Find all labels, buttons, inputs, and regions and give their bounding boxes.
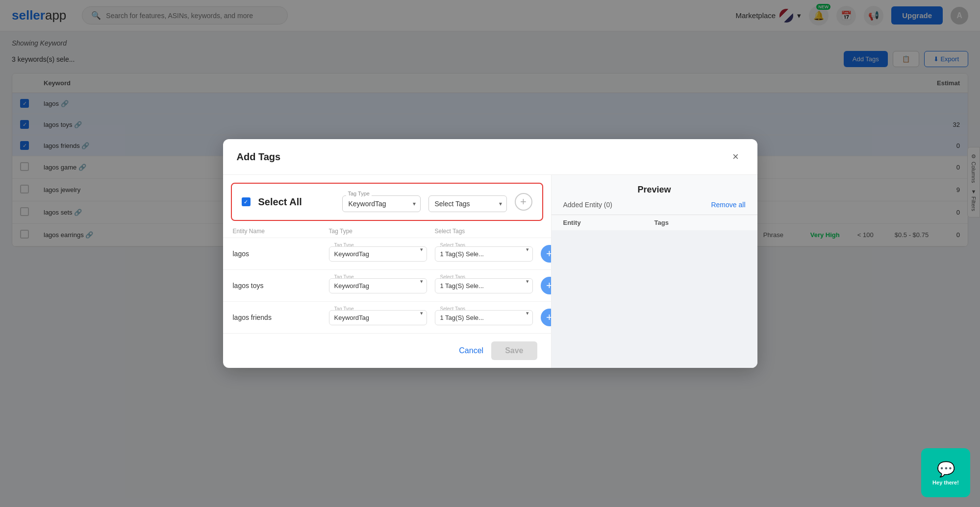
entity-tag-type-dropdown[interactable]: KeywordTag ▾ (329, 278, 427, 293)
entity-tag-type-select[interactable]: KeywordTag (329, 310, 427, 325)
col-select-tags-header: Select Tags (435, 228, 533, 235)
preview-table-header: Entity Tags (552, 215, 757, 230)
tag-type-dropdown-wrapper[interactable]: KeywordTag ▾ (342, 195, 421, 212)
preview-content-area (552, 230, 757, 368)
modal-header: Add Tags × (223, 139, 757, 175)
entity-name: lagos friends (233, 314, 321, 321)
preview-title: Preview (563, 185, 746, 195)
select-all-label: Select All (258, 196, 334, 208)
entity-tag-type-group: Tag Type KeywordTag ▾ (329, 246, 427, 262)
entity-select-tags-group: Select Tags 1 Tag(S) Sele... ▾ (435, 246, 533, 262)
entity-select-tags-dropdown[interactable]: 1 Tag(S) Sele... ▾ (435, 310, 533, 325)
modal-left-panel: ✓ Select All Tag Type KeywordTag ▾ (223, 175, 552, 368)
entity-select-tags-dropdown[interactable]: 1 Tag(S) Sele... ▾ (435, 246, 533, 262)
select-all-checkbox[interactable]: ✓ (242, 197, 251, 206)
entity-add-button[interactable]: + (541, 309, 551, 326)
cancel-button[interactable]: Cancel (459, 346, 483, 355)
added-entity-label: Added Entity (0) (563, 201, 612, 209)
preview-col-entity: Entity (563, 219, 654, 226)
modal-right-panel: Preview Added Entity (0) Remove all Enti… (552, 175, 757, 368)
entity-row: lagos friends Tag Type KeywordTag ▾ (223, 301, 551, 333)
add-tags-modal: Add Tags × ✓ Select All Tag Type Keyword… (223, 139, 757, 368)
entity-row: lagos Tag Type KeywordTag ▾ Select (223, 238, 551, 269)
select-tags-dropdown-wrapper[interactable]: Select Tags ▾ (428, 195, 507, 212)
entity-name: lagos toys (233, 282, 321, 290)
entity-table-header: Entity Name Tag Type Select Tags (223, 225, 551, 238)
added-entity-row: Added Entity (0) Remove all (552, 199, 757, 215)
modal-title: Add Tags (237, 151, 281, 163)
modal-footer: Cancel Save (223, 333, 551, 368)
tag-type-label: Tag Type (346, 191, 372, 196)
entity-name: lagos (233, 250, 321, 258)
chat-text: Hey there! (932, 480, 959, 485)
entity-tag-type-select[interactable]: KeywordTag (329, 278, 427, 293)
col-tag-type-header: Tag Type (329, 228, 427, 235)
entity-tag-type-group: Tag Type KeywordTag ▾ (329, 310, 427, 325)
entity-add-button[interactable]: + (541, 277, 551, 294)
entity-select-tags-select[interactable]: 1 Tag(S) Sele... (435, 310, 533, 325)
modal-close-button[interactable]: × (728, 149, 744, 165)
entity-tag-type-dropdown[interactable]: KeywordTag ▾ (329, 246, 427, 262)
preview-header: Preview (552, 175, 757, 199)
entity-row: lagos toys Tag Type KeywordTag ▾ Se (223, 269, 551, 301)
add-button[interactable]: + (515, 193, 532, 211)
select-tags-group: Select Tags ▾ (428, 195, 507, 212)
entity-tag-type-group: Tag Type KeywordTag ▾ (329, 278, 427, 293)
entity-select-tags-dropdown[interactable]: 1 Tag(S) Sele... ▾ (435, 278, 533, 293)
entity-select-tags-group: Select Tags 1 Tag(S) Sele... ▾ (435, 278, 533, 293)
tag-type-group: Tag Type KeywordTag ▾ (342, 195, 421, 212)
entity-select-tags-select[interactable]: 1 Tag(S) Sele... (435, 246, 533, 262)
modal-body: ✓ Select All Tag Type KeywordTag ▾ (223, 175, 757, 368)
entity-tag-type-select[interactable]: KeywordTag (329, 246, 427, 262)
entity-add-button[interactable]: + (541, 245, 551, 263)
chat-bubble[interactable]: 💬 Hey there! (921, 448, 970, 497)
chat-icon: 💬 (937, 460, 955, 478)
col-action-header (541, 228, 552, 235)
select-all-row: ✓ Select All Tag Type KeywordTag ▾ (231, 183, 543, 221)
col-entity-name-header: Entity Name (233, 228, 321, 235)
tag-type-select[interactable]: KeywordTag (342, 195, 421, 212)
remove-all-link[interactable]: Remove all (711, 201, 745, 209)
entity-select-tags-select[interactable]: 1 Tag(S) Sele... (435, 278, 533, 293)
save-button[interactable]: Save (491, 341, 537, 360)
select-tags-select[interactable]: Select Tags (428, 195, 507, 212)
entity-select-tags-group: Select Tags 1 Tag(S) Sele... ▾ (435, 310, 533, 325)
entity-tag-type-dropdown[interactable]: KeywordTag ▾ (329, 310, 427, 325)
modal-backdrop: Add Tags × ✓ Select All Tag Type Keyword… (0, 0, 980, 507)
entity-rows: lagos Tag Type KeywordTag ▾ Select (223, 238, 551, 333)
preview-col-tags: Tags (654, 219, 746, 226)
